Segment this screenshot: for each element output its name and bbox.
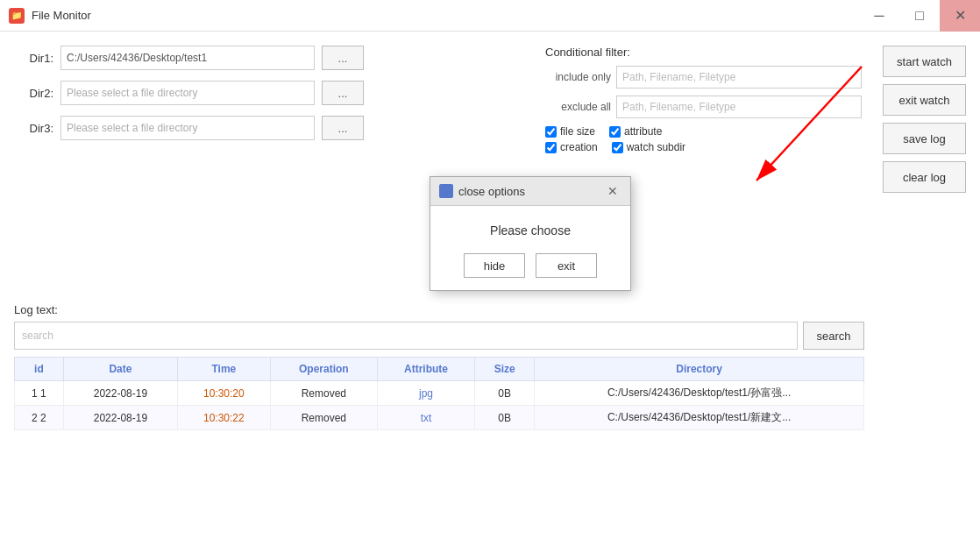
- close-button[interactable]: ✕: [940, 0, 980, 32]
- modal-exit-button[interactable]: exit: [536, 253, 597, 278]
- modal-close-button[interactable]: ✕: [604, 182, 621, 200]
- modal-dialog: close options ✕ Please choose hide exit: [430, 176, 631, 291]
- minimize-button[interactable]: ─: [859, 0, 899, 32]
- window-controls: ─ □ ✕: [859, 0, 980, 32]
- modal-message: Please choose: [448, 223, 613, 237]
- title-bar-left: 📁 File Monitor: [9, 8, 91, 24]
- maximize-button[interactable]: □: [899, 0, 940, 32]
- app-icon: 📁: [9, 8, 25, 24]
- modal-body: Please choose hide exit: [430, 206, 630, 290]
- modal-titlebar: close options ✕: [430, 177, 630, 206]
- modal-icon: [439, 184, 453, 198]
- title-bar: 📁 File Monitor ─ □ ✕: [0, 0, 980, 32]
- main-content: Dir1: ... Dir2: ... Dir3: ... Conditiona…: [0, 32, 980, 560]
- app-title: File Monitor: [32, 9, 91, 22]
- modal-hide-button[interactable]: hide: [464, 253, 525, 278]
- modal-title-left: close options: [439, 184, 525, 198]
- modal-buttons: hide exit: [448, 253, 613, 278]
- modal-title: close options: [458, 185, 525, 198]
- modal-overlay: close options ✕ Please choose hide exit: [0, 32, 980, 560]
